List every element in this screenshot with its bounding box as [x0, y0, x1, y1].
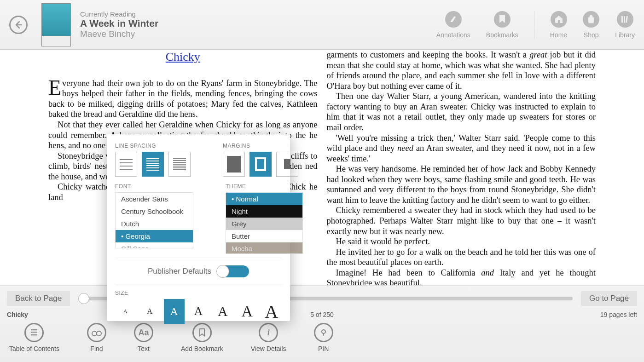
reading-pane[interactable]: Chicky Everyone had their own job to do …: [0, 50, 644, 285]
view-details-button[interactable]: iView Details: [251, 323, 286, 352]
pin-icon: [314, 323, 333, 342]
dropcap: E: [48, 78, 62, 97]
size-label: SIZE: [115, 290, 282, 296]
margin-medium[interactable]: [249, 152, 272, 177]
size-option-3[interactable]: A: [164, 299, 185, 324]
pin-button[interactable]: PIN: [314, 323, 333, 352]
svg-rect-2: [626, 16, 628, 22]
size-option-1[interactable]: A: [115, 299, 136, 324]
library-icon: [617, 11, 633, 28]
text-button[interactable]: AaText: [134, 323, 153, 352]
svg-rect-0: [621, 16, 623, 23]
size-option-4[interactable]: A: [188, 299, 209, 324]
theme-label: THEME: [226, 183, 303, 190]
text-icon: Aa: [134, 323, 153, 342]
book-meta: Currently Reading A Week in Winter Maeve…: [80, 10, 158, 39]
theme-option-grey[interactable]: Grey: [226, 218, 302, 230]
back-button[interactable]: [9, 16, 28, 34]
header-bar: Currently Reading A Week in Winter Maeve…: [0, 0, 644, 50]
size-option-5[interactable]: A: [212, 299, 233, 324]
font-option[interactable]: Gill Sans: [116, 242, 193, 248]
home-button[interactable]: Home: [550, 11, 567, 39]
shopping-bag-icon: [583, 11, 599, 28]
book-title: A Week in Winter: [80, 18, 158, 29]
theme-option-normal[interactable]: • Normal: [226, 193, 302, 205]
theme-listbox[interactable]: • Normal Night Grey Butter Mocha: [226, 192, 303, 254]
bookmarks-button[interactable]: Bookmarks: [486, 11, 518, 39]
font-option[interactable]: Ascender Sans: [116, 193, 193, 205]
bookmark-icon: [494, 11, 511, 28]
svg-point-3: [92, 331, 97, 336]
svg-point-4: [97, 331, 101, 336]
add-bookmark-button[interactable]: Add Bookmark: [181, 323, 223, 352]
line-spacing-medium[interactable]: [142, 152, 164, 177]
divider: [534, 11, 534, 39]
find-button[interactable]: Find: [87, 323, 106, 352]
size-option-2[interactable]: A: [139, 299, 160, 324]
back-to-page-button[interactable]: Back to Page: [7, 291, 70, 306]
font-option[interactable]: Dutch: [116, 218, 193, 230]
margin-wide[interactable]: [276, 152, 298, 177]
slider-knob[interactable]: [78, 293, 89, 304]
size-option-6[interactable]: A: [237, 299, 257, 324]
font-option[interactable]: Century Schoolbook: [116, 205, 193, 218]
go-to-page-button[interactable]: Go to Page: [581, 291, 637, 306]
toc-button[interactable]: ☰Table of Contents: [9, 323, 59, 352]
footer-bar: Back to Page Go to Page Chicky 5 of 250 …: [0, 285, 644, 362]
book-cover[interactable]: [41, 3, 71, 46]
publisher-defaults-label: Publisher Defaults: [148, 267, 211, 276]
header-actions: Annotations Bookmarks Home Shop Library: [436, 11, 635, 39]
svg-rect-1: [624, 16, 625, 23]
list-icon: ☰: [24, 323, 44, 342]
theme-option-mocha[interactable]: Mocha: [226, 242, 302, 254]
line-spacing-narrow[interactable]: [168, 152, 191, 177]
line-spacing-label: LINE SPACING: [115, 143, 191, 149]
size-option-7[interactable]: A: [261, 299, 282, 324]
highlighter-icon: [445, 11, 462, 28]
margins-label: MARGINS: [223, 143, 298, 149]
font-listbox[interactable]: Ascender Sans Century Schoolbook Dutch •…: [115, 192, 193, 248]
font-label: FONT: [115, 183, 193, 190]
currently-reading-label: Currently Reading: [80, 10, 158, 18]
pages-left: 19 pages left: [545, 311, 637, 318]
line-spacing-wide[interactable]: [115, 152, 137, 177]
font-option-selected[interactable]: • Georgia: [116, 230, 193, 242]
shop-button[interactable]: Shop: [583, 11, 599, 39]
svg-point-5: [322, 330, 325, 333]
publisher-defaults-toggle[interactable]: [217, 265, 249, 277]
bookmark-add-icon: [192, 323, 212, 342]
theme-option-night[interactable]: Night: [226, 205, 302, 218]
home-icon: [551, 11, 567, 28]
right-column: garments to customers and keeping the bo…: [322, 50, 601, 285]
chapter-title[interactable]: Chicky: [48, 50, 318, 64]
info-icon: i: [259, 323, 278, 342]
size-selector: A A A A A A A: [115, 299, 282, 324]
chapter-name-label: Chicky: [7, 311, 99, 318]
theme-option-butter[interactable]: Butter: [226, 230, 302, 242]
back-arrow-icon: [14, 20, 23, 29]
annotations-button[interactable]: Annotations: [436, 11, 470, 39]
text-settings-popup: LINE SPACING MARGINS FONT Ascender Sans …: [107, 134, 290, 321]
margin-narrow[interactable]: [223, 152, 245, 177]
binoculars-icon: [87, 323, 106, 342]
library-button[interactable]: Library: [615, 11, 635, 39]
book-author: Maeve Binchy: [80, 29, 158, 39]
